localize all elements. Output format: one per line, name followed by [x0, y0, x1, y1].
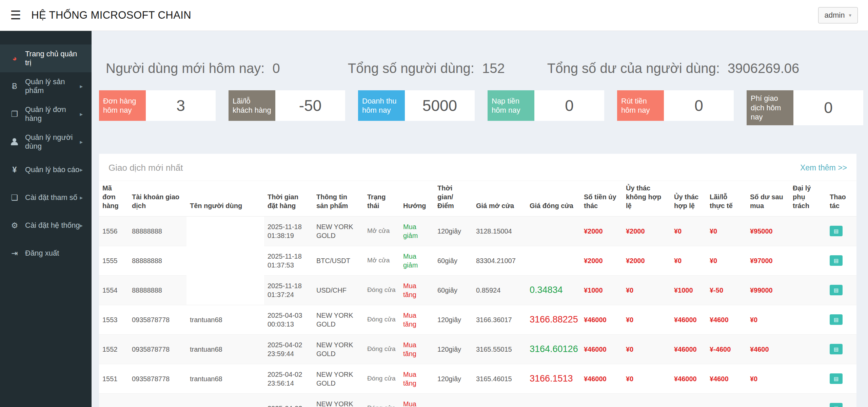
- stat-card: Rút tiền hôm nay 0: [617, 90, 734, 121]
- stat-card: Phí giao dịch hôm nay 0: [747, 90, 863, 125]
- cell-action: [826, 305, 856, 334]
- table-header-row: Mã đơn hàng Tài khoản giao dịch Tên ngườ…: [99, 181, 856, 217]
- cell-order-id: [99, 393, 129, 407]
- cell-product: NEW YORK GOLD: [313, 216, 364, 246]
- cell-account: 88888888: [129, 246, 186, 275]
- sidebar-item-label: Cài đặt hệ thống: [25, 221, 80, 230]
- sidebar-item[interactable]: Trang chủ quản trị: [0, 44, 92, 72]
- cell-order-id: 1556: [99, 216, 129, 246]
- sidebar-item[interactable]: Cài đặt tham số ▸: [0, 184, 92, 211]
- cell-order-time: 2025-04-03 00:03:13: [264, 305, 313, 334]
- order-detail-button[interactable]: [830, 344, 843, 354]
- order-detail-icon: [834, 317, 839, 322]
- order-detail-button[interactable]: [830, 373, 843, 384]
- sidebar-item[interactable]: Quản lý người dùng ▸: [0, 128, 92, 156]
- user-menu[interactable]: admin ▾: [818, 7, 858, 23]
- cell-action: [826, 334, 856, 364]
- sidebar-item-icon: [9, 82, 20, 91]
- cell-open-price: 3165.46015: [473, 364, 526, 393]
- cell-account: 0935878778: [129, 364, 186, 393]
- sidebar-item[interactable]: Cài đặt hệ thống ▸: [0, 211, 92, 239]
- sidebar-item-label: Quản lý đơn hàng: [25, 105, 80, 123]
- table-row: 1553 0935878778 trantuan68 2025-04-03 00…: [99, 305, 856, 334]
- sidebar-item-label: Cài đặt tham số: [25, 193, 77, 202]
- cell-actual-pnl: ¥0: [706, 246, 747, 275]
- order-detail-button[interactable]: [830, 255, 843, 266]
- order-detail-button[interactable]: [830, 314, 843, 325]
- menu-toggle-icon[interactable]: ☰: [10, 9, 21, 21]
- cell-duration: [434, 393, 473, 407]
- cell-balance-after: [747, 393, 789, 407]
- sidebar-item-label: Đăng xuất: [25, 249, 59, 258]
- cell-entrusted-amount: [580, 393, 623, 407]
- cell-valid-entrust: ¥1000: [671, 275, 706, 305]
- cell-product: NEW YORK GOLD: [313, 305, 364, 334]
- cell-duration: 120giây: [434, 364, 473, 393]
- cell-action: [826, 246, 856, 275]
- cell-username: [186, 393, 264, 407]
- cell-duration: 60giây: [434, 246, 473, 275]
- topbar: ☰ HỆ THỐNG MICROSOFT CHAIN admin ▾: [0, 0, 868, 31]
- cell-status: Đóng cửa: [364, 275, 400, 305]
- cell-agent: [789, 364, 826, 393]
- sidebar-item[interactable]: Quản lý đơn hàng ▸: [0, 100, 92, 128]
- stat-value: 152: [482, 61, 505, 76]
- cell-entrusted-amount: ¥2000: [580, 216, 623, 246]
- cell-open-price: 3166.36017: [473, 305, 526, 334]
- cell-username: trantuan68: [186, 364, 264, 393]
- sidebar-item-label: Quản lý người dùng: [25, 133, 80, 151]
- cell-order-id: 1554: [99, 275, 129, 305]
- cell-action: [826, 393, 856, 407]
- cell-invalid-entrust: ¥0: [623, 275, 671, 305]
- cell-direction: Mua giảm: [400, 246, 434, 275]
- cell-valid-entrust: [671, 393, 706, 407]
- stat-card-label: Doanh thu hôm nay: [358, 90, 405, 121]
- cell-order-id: 1553: [99, 305, 129, 334]
- sidebar-item-label: Trang chủ quản trị: [25, 50, 83, 67]
- view-more-link[interactable]: Xem thêm >>: [800, 163, 847, 172]
- order-detail-button[interactable]: [830, 285, 843, 295]
- chevron-right-icon: ▸: [80, 83, 83, 90]
- stat-cards: Đơn hàng hôm nay 3 Lãi/lỗ khách hàng -50…: [99, 90, 856, 125]
- sidebar-item-icon: [9, 193, 20, 202]
- cell-username: [186, 216, 264, 246]
- cell-open-price: 3165.55015: [473, 334, 526, 364]
- cell-valid-entrust: ¥0: [671, 216, 706, 246]
- main-content: Người dùng mới hôm nay: 0 Tổng số người …: [92, 31, 868, 407]
- column-header: Đại lý phụ trách: [789, 181, 826, 217]
- column-header: Thời gian đặt hàng: [264, 181, 313, 217]
- cell-order-time: 2025-11-18 01:38:19: [264, 216, 313, 246]
- stat-card-label: Nạp tiền hôm nay: [488, 90, 534, 121]
- cell-valid-entrust: ¥46000: [671, 305, 706, 334]
- order-detail-button[interactable]: [830, 403, 843, 407]
- column-header: Trạng thái: [364, 181, 400, 217]
- cell-actual-pnl: [706, 393, 747, 407]
- cell-open-price: 83304.21007: [473, 246, 526, 275]
- stat-card: Nạp tiền hôm nay 0: [488, 90, 604, 121]
- cell-close-price: 3164.60126: [526, 334, 580, 364]
- stat-card-value: 0: [793, 90, 863, 125]
- sidebar-item[interactable]: Đăng xuất: [0, 239, 92, 267]
- cell-direction: Mua tăng: [400, 334, 434, 364]
- column-header: Số dư sau mua: [747, 181, 789, 217]
- order-detail-button[interactable]: [830, 226, 843, 236]
- cell-actual-pnl: ¥-50: [706, 275, 747, 305]
- cell-invalid-entrust: [623, 393, 671, 407]
- user-name: admin: [825, 11, 845, 20]
- cell-order-time: 2025-04-02 23:59:44: [264, 334, 313, 364]
- cell-username: trantuan68: [186, 334, 264, 364]
- cell-close-price: [526, 393, 580, 407]
- column-header: Lãi/lỗ thực tế: [706, 181, 747, 217]
- sidebar-item[interactable]: Quản lý báo cáo ▸: [0, 156, 92, 184]
- sidebar-item-icon: [9, 54, 20, 63]
- cell-invalid-entrust: ¥2000: [623, 246, 671, 275]
- sidebar-item-icon: [9, 165, 20, 174]
- cell-order-time: 2025-04-02: [264, 393, 313, 407]
- stat-label: Tổng số người dùng:: [348, 61, 474, 76]
- cell-order-id: 1555: [99, 246, 129, 275]
- order-detail-icon: [834, 376, 839, 381]
- cell-close-price: 3166.88225: [526, 305, 580, 334]
- cell-balance-after: ¥0: [747, 364, 789, 393]
- sidebar-item[interactable]: Quản lý sản phẩm ▸: [0, 72, 92, 100]
- cell-close-price: [526, 246, 580, 275]
